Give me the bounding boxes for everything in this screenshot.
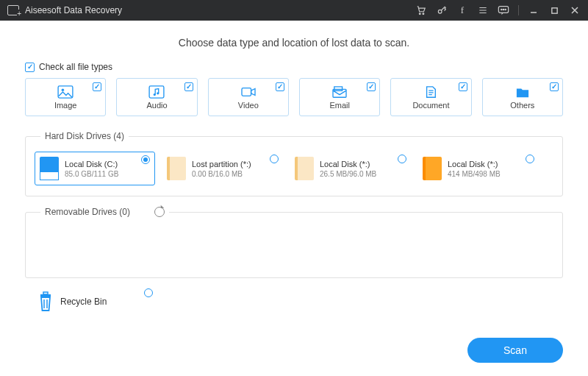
type-card-audio[interactable]: Audio [116, 78, 197, 116]
hdd-legend: Hard Disk Drives (4) [40, 131, 129, 141]
type-card-email[interactable]: Email [299, 78, 380, 116]
file-types-row: Image Audio Video Email Document Others [25, 78, 563, 116]
image-icon [57, 85, 74, 99]
check-all-label: Check all file types [39, 62, 112, 72]
drive-radio-star2[interactable] [526, 155, 534, 163]
maximize-button[interactable] [548, 4, 560, 16]
svg-point-4 [501, 9, 502, 10]
drive-icon-star1 [295, 157, 314, 180]
drive-size-star2: 414 MB/498 MB [448, 170, 501, 178]
svg-point-0 [419, 13, 420, 15]
audio-icon [148, 85, 165, 99]
drive-card-star1[interactable]: Local Disk (*:) 26.5 MB/96.0 MB [290, 152, 411, 185]
type-checkbox-document[interactable] [459, 82, 467, 91]
app-title: Aiseesoft Data Recovery [25, 5, 122, 15]
drive-card-c[interactable]: Local Disk (C:) 85.0 GB/111 GB [35, 152, 155, 185]
document-icon [423, 85, 439, 99]
type-checkbox-audio[interactable] [184, 82, 193, 91]
type-card-image[interactable]: Image [25, 78, 106, 116]
svg-point-6 [505, 9, 506, 10]
type-card-others[interactable]: Others [482, 78, 563, 116]
svg-rect-15 [43, 174, 45, 177]
email-icon [331, 85, 348, 99]
type-checkbox-email[interactable] [367, 82, 376, 91]
removable-empty [35, 227, 553, 267]
drive-size-lost: 0.00 B/16.0 MB [192, 170, 251, 178]
svg-rect-13 [242, 88, 251, 96]
scan-button[interactable]: Scan [467, 338, 563, 363]
svg-rect-18 [45, 177, 47, 180]
minimize-button[interactable] [528, 4, 539, 16]
removable-fieldset: Removable Drives (0) [25, 207, 563, 278]
type-label-audio: Audio [146, 101, 167, 110]
type-checkbox-image[interactable] [93, 82, 101, 91]
drive-name-star2: Local Disk (*:) [448, 160, 501, 169]
key-icon[interactable] [436, 4, 448, 16]
check-all-checkbox[interactable] [25, 63, 35, 72]
drive-name-lost: Lost partition (*:) [192, 160, 251, 169]
video-icon [240, 85, 257, 99]
titlebar: Aiseesoft Data Recovery f [0, 0, 588, 21]
svg-point-9 [62, 88, 65, 91]
type-label-others: Others [510, 101, 534, 110]
type-label-video: Video [238, 101, 259, 110]
drive-icon-c [40, 157, 59, 180]
titlebar-separator [518, 5, 519, 15]
refresh-icon[interactable] [154, 207, 165, 217]
recycle-bin-option[interactable]: Recycle Bin [32, 288, 153, 315]
facebook-icon[interactable]: f [456, 4, 468, 16]
instruction-text: Choose data type and location of lost da… [25, 37, 563, 49]
svg-rect-10 [150, 85, 165, 97]
menu-icon[interactable] [477, 4, 489, 16]
drive-icon-star2 [423, 157, 442, 180]
drive-name-c: Local Disk (C:) [65, 160, 118, 169]
recycle-radio[interactable] [144, 288, 153, 297]
svg-rect-16 [45, 174, 47, 177]
removable-legend: Removable Drives (0) [45, 207, 130, 217]
type-label-image: Image [54, 101, 77, 110]
hdd-fieldset: Hard Disk Drives (4) Local Disk (C:) 85.… [25, 131, 563, 196]
svg-rect-17 [43, 177, 45, 180]
others-icon [514, 85, 531, 99]
svg-rect-7 [551, 7, 556, 13]
drive-size-star1: 26.5 MB/96.0 MB [320, 170, 376, 178]
drive-radio-lost[interactable] [270, 155, 279, 163]
drive-size-c: 85.0 GB/111 GB [65, 170, 118, 178]
drive-name-star1: Local Disk (*:) [320, 160, 376, 169]
type-label-document: Document [412, 101, 449, 110]
recycle-bin-icon [37, 291, 54, 312]
close-button[interactable] [569, 4, 581, 16]
feedback-icon[interactable] [498, 4, 509, 16]
drive-radio-c[interactable] [141, 155, 150, 164]
svg-point-5 [503, 9, 503, 10]
svg-point-2 [438, 10, 442, 13]
drive-icon-lost [167, 157, 186, 180]
cart-icon[interactable] [415, 4, 427, 16]
drive-card-lost[interactable]: Lost partition (*:) 0.00 B/16.0 MB [162, 152, 283, 185]
type-card-document[interactable]: Document [390, 78, 471, 116]
app-logo-icon [7, 5, 19, 15]
svg-point-11 [154, 93, 156, 95]
type-card-video[interactable]: Video [208, 78, 289, 116]
svg-point-12 [157, 92, 159, 94]
type-label-email: Email [329, 101, 350, 110]
svg-rect-20 [43, 292, 48, 294]
type-checkbox-others[interactable] [550, 82, 559, 91]
check-all-row[interactable]: Check all file types [25, 62, 563, 72]
svg-point-1 [423, 13, 424, 15]
type-checkbox-video[interactable] [276, 82, 284, 91]
drive-radio-star1[interactable] [398, 155, 406, 163]
recycle-label: Recycle Bin [60, 297, 107, 307]
drive-card-star2[interactable]: Local Disk (*:) 414 MB/498 MB [418, 152, 539, 185]
